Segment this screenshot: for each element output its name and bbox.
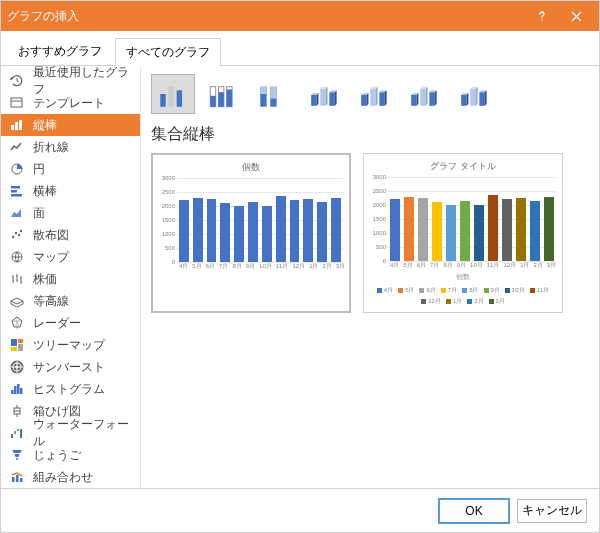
category-label: 最近使用したグラフ: [33, 66, 132, 98]
category-label: じょうご: [33, 447, 81, 464]
svg-rect-33: [177, 90, 182, 106]
subtype-1[interactable]: [201, 74, 245, 114]
category-surface[interactable]: 等高線: [1, 290, 140, 312]
svg-rect-20: [14, 386, 17, 394]
x-labels: 4月5月6月7月8月9月10月11月12月1月2月3月: [157, 262, 345, 271]
subtype-0[interactable]: [151, 74, 195, 114]
dialog-footer: OK キャンセル: [1, 488, 599, 532]
svg-rect-46: [329, 92, 334, 106]
svg-rect-13: [11, 339, 17, 346]
svg-rect-29: [16, 475, 19, 482]
bar: [276, 196, 286, 262]
category-label: 株価: [33, 271, 57, 288]
category-label: サンバースト: [33, 359, 105, 376]
help-button[interactable]: [525, 1, 559, 31]
subtype-2[interactable]: [251, 74, 295, 114]
category-bar[interactable]: 横棒: [1, 180, 140, 202]
combo-icon: [9, 469, 25, 485]
bar: [290, 200, 300, 262]
bar: [516, 198, 526, 261]
bar: [193, 198, 203, 262]
svg-rect-37: [218, 92, 223, 107]
bar: [432, 202, 442, 261]
category-pie[interactable]: 円: [1, 158, 140, 180]
category-area[interactable]: 面: [1, 202, 140, 224]
category-column[interactable]: 縦棒: [1, 114, 140, 136]
category-map[interactable]: マップ: [1, 246, 140, 268]
bar: [303, 199, 313, 262]
category-waterfall[interactable]: ウォーターフォール: [1, 422, 140, 444]
svg-rect-50: [411, 95, 416, 106]
svg-point-10: [18, 234, 20, 236]
subtype-row: [151, 74, 589, 114]
subtype-6[interactable]: [451, 74, 495, 114]
bar: [474, 205, 484, 261]
titlebar: グラフの挿入: [1, 1, 599, 31]
category-scatter[interactable]: 散布図: [1, 224, 140, 246]
preview-row: 個数 050010001500200025003000 4月5月6月7月8月9月…: [151, 153, 589, 313]
svg-rect-6: [11, 190, 17, 193]
category-sunburst[interactable]: サンバースト: [1, 356, 140, 378]
svg-rect-52: [429, 92, 434, 106]
bar: [530, 201, 540, 261]
category-treemap[interactable]: ツリーマップ: [1, 334, 140, 356]
preview-1[interactable]: グラフ タイトル 050010001500200025003000 4月5月6月…: [363, 153, 563, 313]
scatter-icon: [9, 227, 25, 243]
category-line[interactable]: 折れ線: [1, 136, 140, 158]
subtype-4[interactable]: [351, 74, 395, 114]
boxplot-icon: [9, 403, 25, 419]
svg-rect-45: [320, 89, 325, 106]
funnel-icon: [9, 447, 25, 463]
category-label: 等高線: [33, 293, 69, 310]
dialog-body: 最近使用したグラフテンプレート縦棒折れ線円横棒面散布図マップ株価等高線レーダーツ…: [1, 66, 599, 488]
svg-rect-3: [19, 120, 22, 130]
category-label: 円: [33, 161, 45, 178]
bar: [390, 199, 400, 261]
bar: [404, 197, 414, 261]
waterfall-icon: [9, 425, 25, 441]
stock-icon: [9, 271, 25, 287]
close-button[interactable]: [559, 1, 593, 31]
category-label: ヒストグラム: [33, 381, 105, 398]
svg-point-11: [20, 230, 22, 232]
svg-rect-26: [17, 429, 19, 431]
ok-button[interactable]: OK: [439, 499, 509, 523]
tab-recommended[interactable]: おすすめグラフ: [7, 37, 113, 65]
bar: [460, 201, 470, 261]
category-stock[interactable]: 株価: [1, 268, 140, 290]
bar: [488, 195, 498, 261]
subtype-3[interactable]: [301, 74, 345, 114]
svg-rect-0: [11, 98, 22, 107]
pie-icon: [9, 161, 25, 177]
treemap-icon: [9, 337, 25, 353]
cancel-button[interactable]: キャンセル: [517, 499, 587, 523]
svg-rect-31: [160, 94, 165, 107]
category-combo[interactable]: 組み合わせ: [1, 466, 140, 488]
svg-rect-30: [20, 478, 23, 482]
category-histogram[interactable]: ヒストグラム: [1, 378, 140, 400]
svg-rect-22: [20, 388, 23, 394]
svg-rect-53: [461, 95, 466, 106]
bar: [234, 206, 244, 262]
category-label: ツリーマップ: [33, 337, 105, 354]
svg-rect-32: [168, 87, 173, 107]
tab-all[interactable]: すべてのグラフ: [115, 38, 221, 66]
subtype-5[interactable]: [401, 74, 445, 114]
insert-chart-dialog: グラフの挿入 おすすめグラフ すべてのグラフ 最近使用したグラフテンプレート縦棒…: [0, 0, 600, 533]
category-recent[interactable]: 最近使用したグラフ: [1, 70, 140, 92]
preview-0[interactable]: 個数 050010001500200025003000 4月5月6月7月8月9月…: [151, 153, 351, 313]
bar: [207, 199, 217, 262]
category-radar[interactable]: レーダー: [1, 312, 140, 334]
svg-rect-7: [11, 194, 22, 197]
x-labels: 4月5月6月7月8月9月10月11月12月1月2月3月: [368, 261, 558, 270]
bar: [262, 206, 272, 262]
svg-rect-15: [18, 344, 23, 351]
bar: [317, 202, 327, 262]
category-label: テンプレート: [33, 95, 105, 112]
svg-rect-24: [11, 434, 13, 438]
tab-bar: おすすめグラフ すべてのグラフ: [1, 31, 599, 66]
main-panel: 集合縦棒 個数 050010001500200025003000 4月5月6月7…: [141, 66, 599, 488]
category-label: 組み合わせ: [33, 469, 93, 486]
svg-rect-21: [17, 384, 20, 394]
svg-rect-54: [470, 89, 475, 106]
